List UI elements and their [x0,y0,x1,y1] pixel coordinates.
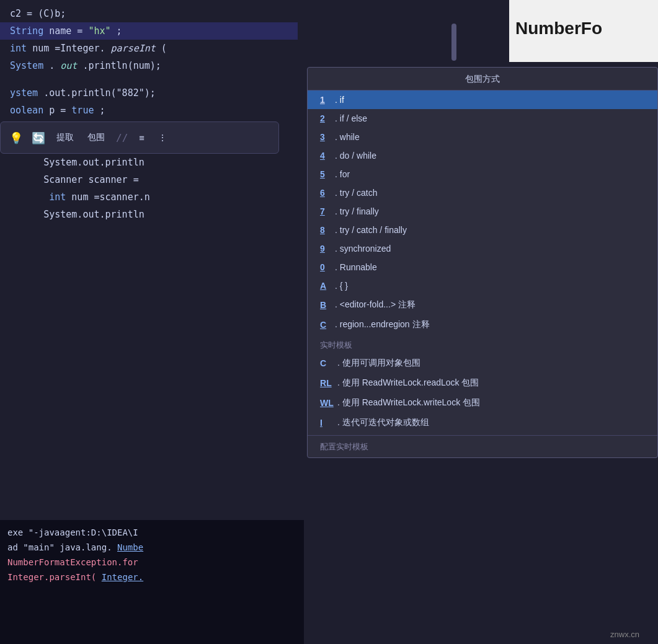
shortcut-C2: C [320,358,335,368]
shortcut-I: I [320,418,335,428]
code-line-10: Scanner scanner = [0,171,298,188]
console-line-3: NumberFormatException.for [7,555,296,570]
console-line-4: Integer.parseInt( Integer. [7,570,296,584]
toolbar: 💡 🔄 提取 包围 // ≡ ⋮ [0,121,279,154]
menu-label-callable: . 使用可调用对象包围 [337,358,420,369]
menu-label-ifelse: . if / else [335,113,367,123]
surround-button[interactable]: 包围 [85,131,107,144]
console-line-1: exe "-javaagent:D:\IDEA\I [7,525,296,540]
watermark: znwx.cn [610,630,639,639]
code-line-9: System.out.println [0,154,298,171]
code-line-6: oolean p = true ; [0,102,298,119]
shortcut-WL: WL [320,398,335,408]
shortcut-B: B [320,300,332,310]
menu-item-trycatch[interactable]: 6 . try / catch [308,183,657,202]
menu-item-tryfinally[interactable]: 7 . try / finally [308,202,657,221]
menu-label-region: . region...endregion 注释 [335,319,430,330]
menu-label-iterate: . 迭代可迭代对象或数组 [337,417,429,428]
code-line-1: c2 = (C)b; [0,5,298,22]
menu-item-dowhile[interactable]: 4 . do / while [308,146,657,165]
shortcut-9: 9 [320,244,332,254]
code-line-5: ystem .out.println("882"); [0,84,298,102]
menu-item-iterate[interactable]: I . 迭代可迭代对象或数组 [308,413,657,433]
divider-1: // [116,132,128,144]
menu-item-trycatchfinally[interactable]: 8 . try / catch / finally [308,221,657,239]
menu-item-if[interactable]: 1 . if [308,90,657,109]
menu-item-synchronized[interactable]: 9 . synchronized [308,239,657,258]
menu-label-runnable: . Runnable [335,262,377,272]
menu-item-braces[interactable]: A . { } [308,276,657,295]
menu-item-editorfold[interactable]: B . <editor-fold...> 注释 [308,295,657,315]
more-button[interactable]: ⋮ [156,131,169,144]
shortcut-C: C [320,320,332,330]
console-link-2[interactable]: Integer. [102,572,143,582]
console-link-1[interactable]: Numbe [117,542,143,552]
list-button[interactable]: ≡ [136,131,146,144]
right-panel: NumberFo [509,0,658,62]
lightbulb-icon[interactable]: 💡 [9,131,23,144]
menu-item-runnable[interactable]: 0 . Runnable [308,258,657,276]
code-line-4: System . out .println(num); [0,57,298,74]
shortcut-A: A [320,281,332,291]
menu-label-synchronized: . synchronized [335,244,391,254]
menu-item-writelock[interactable]: WL . 使用 ReadWriteLock.writeLock 包围 [308,393,657,413]
configure-templates-link[interactable]: 配置实时模板 [320,442,368,451]
menu-label-while: . while [335,132,360,142]
shortcut-8: 8 [320,225,332,235]
scrollbar[interactable] [451,24,456,61]
code-line-3: int num =Integer. parseInt ( [0,40,298,57]
shortcut-5: 5 [320,169,332,179]
spiral-icon[interactable]: 🔄 [32,131,45,144]
menu-label-braces: . { } [335,281,348,291]
menu-label-trycatch: . try / catch [335,188,377,198]
shortcut-0: 0 [320,262,332,272]
code-area: c2 = (C)b; String name = "hx" ; int num … [0,0,298,228]
menu-label-readlock: . 使用 ReadWriteLock.readLock 包围 [337,377,479,389]
code-line-11: int num =scanner.n [0,188,298,206]
shortcut-7: 7 [320,206,332,216]
menu-item-region[interactable]: C . region...endregion 注释 [308,315,657,335]
menu-item-callable[interactable]: C . 使用可调用对象包围 [308,353,657,373]
shortcut-RL: RL [320,378,335,388]
shortcut-1: 1 [320,95,332,105]
menu-item-while[interactable]: 3 . while [308,128,657,146]
menu-label-trycatchfinally: . try / catch / finally [335,225,407,235]
console-panel: exe "-javaagent:D:\IDEA\I ad "main" java… [0,520,304,644]
code-line-2: String name = "hx" ; [0,22,298,40]
shortcut-4: 4 [320,151,332,161]
menu-label-dowhile: . do / while [335,151,376,161]
menu-label-if: . if [335,95,344,105]
shortcut-6: 6 [320,188,332,198]
menu-item-ifelse[interactable]: 2 . if / else [308,109,657,128]
menu-label-tryfinally: . try / finally [335,206,379,216]
menu-label-for: . for [335,169,350,179]
menu-item-readlock[interactable]: RL . 使用 ReadWriteLock.readLock 包围 [308,373,657,393]
console-line-2: ad "main" java.lang. Numbe [7,540,296,555]
code-line-12: System.out.println [0,206,298,223]
shortcut-2: 2 [320,113,332,123]
menu-label-writelock: . 使用 ReadWriteLock.writeLock 包围 [337,397,480,408]
section-realtime: 实时模板 [308,335,657,353]
menu-item-for[interactable]: 5 . for [308,165,657,183]
right-panel-title: NumberFo [509,0,658,45]
menu-label-editorfold: . <editor-fold...> 注释 [335,299,416,311]
popup-title: 包围方式 [308,68,657,90]
surround-popup: 包围方式 1 . if 2 . if / else 3 . while 4 . … [307,67,658,458]
shortcut-3: 3 [320,132,332,142]
extract-button[interactable]: 提取 [54,131,76,144]
